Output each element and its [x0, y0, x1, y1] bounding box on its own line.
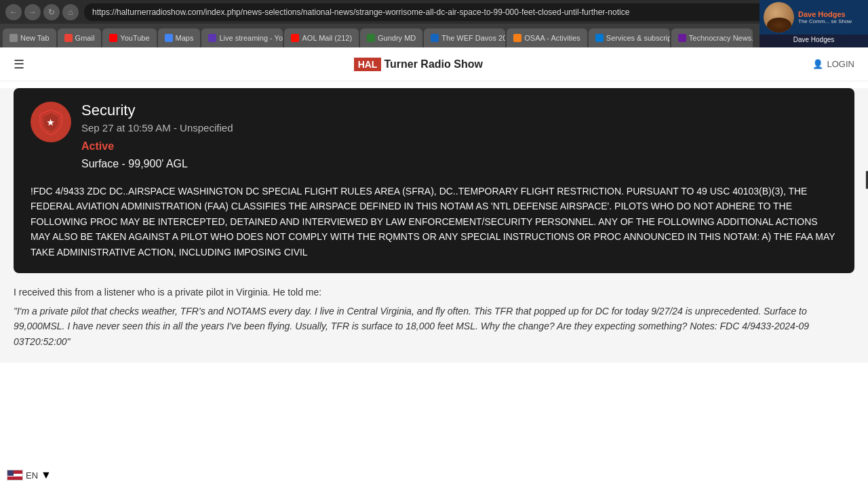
tab-favicon-technocracy — [678, 34, 686, 42]
home-button[interactable]: ⌂ — [62, 4, 79, 20]
active-status-badge: Active — [81, 140, 233, 152]
tab-favicon-live — [208, 34, 216, 42]
browser-chrome: ← → ↻ ⌂ https://halturnerradioshow.com/i… — [0, 0, 868, 47]
main-content: ★ Security Sep 27 at 10:59 AM - Unspecif… — [0, 88, 868, 363]
svg-text:★: ★ — [47, 118, 55, 127]
flag-icon — [7, 470, 23, 481]
listener-quote-text: "I'm a private pilot that checks weather… — [14, 304, 854, 349]
notam-card: ★ Security Sep 27 at 10:59 AM - Unspecif… — [14, 88, 854, 273]
dave-hodges-label: Dave Hodges — [760, 35, 868, 45]
language-switcher[interactable]: EN ▼ — [7, 469, 52, 481]
forward-button[interactable]: → — [24, 4, 41, 20]
tab-gmail[interactable]: Gmail — [58, 28, 102, 47]
site-logo[interactable]: HAL Turner Radio Show — [354, 58, 483, 71]
dave-hodges-subtitle: The Comm... se Show — [798, 18, 852, 25]
text-cursor-icon: ┃ — [863, 171, 868, 189]
tab-favicon-wef — [431, 34, 439, 42]
security-badge: ★ — [31, 102, 71, 142]
tab-favicon-osaa — [513, 34, 521, 42]
login-label: LOGIN — [827, 59, 854, 69]
tab-youtube[interactable]: YouTube — [102, 28, 156, 47]
tab-services[interactable]: Services & subscript... — [589, 28, 670, 47]
tab-new-tab[interactable]: New Tab — [3, 28, 56, 47]
url-text: https://halturnerradioshow.com/index.php… — [92, 7, 629, 17]
tab-osaa[interactable]: OSAA - Activities — [507, 28, 587, 47]
tab-favicon-services — [595, 34, 604, 42]
user-icon: 👤 — [812, 59, 823, 69]
reload-button[interactable]: ↻ — [43, 4, 60, 20]
nav-buttons: ← → ↻ ⌂ — [5, 4, 79, 20]
tab-favicon-youtube — [109, 34, 117, 42]
dave-hodges-header: Dave Hodges The Comm... se Show — [760, 0, 868, 35]
shield-icon: ★ — [37, 108, 64, 136]
tab-favicon-aol — [291, 34, 299, 42]
notam-text-block: !FDC 4/9433 ZDC DC..AIRSPACE WASHINGTON … — [31, 184, 837, 260]
chevron-down-icon: ▼ — [41, 469, 52, 481]
dave-hodges-show-name: Dave Hodges — [798, 10, 852, 18]
dave-hodges-widget[interactable]: Dave Hodges The Comm... se Show Dave Hod… — [760, 0, 868, 47]
url-bar[interactable]: https://halturnerradioshow.com/index.php… — [84, 3, 863, 21]
logo-turner: Turner Radio Show — [384, 58, 482, 70]
card-type-title: Security — [81, 102, 233, 119]
language-label: EN — [26, 470, 38, 481]
tab-favicon-maps — [165, 34, 173, 42]
tab-technocracy[interactable]: Technocracy News... — [671, 28, 753, 47]
tab-gundry[interactable]: Gundry MD — [360, 28, 422, 47]
card-altitude: Surface - 99,900' AGL — [81, 158, 233, 170]
browser-tabs: New Tab Gmail YouTube Maps Live streamin… — [0, 24, 868, 47]
dave-hodges-info: Dave Hodges The Comm... se Show — [798, 10, 852, 25]
tab-favicon-newtab — [9, 34, 18, 42]
tab-maps[interactable]: Maps — [158, 28, 201, 47]
back-button[interactable]: ← — [5, 4, 22, 20]
browser-top-bar: ← → ↻ ⌂ https://halturnerradioshow.com/i… — [0, 0, 868, 24]
site-header: ☰ HAL Turner Radio Show 👤 LOGIN — [0, 47, 868, 81]
tab-wef[interactable]: The WEF Davos 202... — [424, 28, 505, 47]
dave-hodges-avatar — [764, 2, 794, 33]
tab-favicon-gmail — [64, 34, 73, 42]
listener-intro-text: I received this from a listener who is a… — [14, 280, 854, 304]
hamburger-menu-button[interactable]: ☰ — [14, 57, 24, 72]
card-datetime: Sep 27 at 10:59 AM - Unspecified — [81, 122, 233, 134]
tab-favicon-gundry — [367, 34, 375, 42]
card-meta: Security Sep 27 at 10:59 AM - Unspecifie… — [81, 102, 233, 170]
logo-hal: HAL — [354, 58, 382, 71]
tab-livestreaming[interactable]: Live streaming - Yo... — [201, 28, 283, 47]
login-button[interactable]: 👤 LOGIN — [812, 59, 854, 69]
tab-aol[interactable]: AOL Mail (212) — [284, 28, 359, 47]
card-header: ★ Security Sep 27 at 10:59 AM - Unspecif… — [31, 102, 837, 170]
